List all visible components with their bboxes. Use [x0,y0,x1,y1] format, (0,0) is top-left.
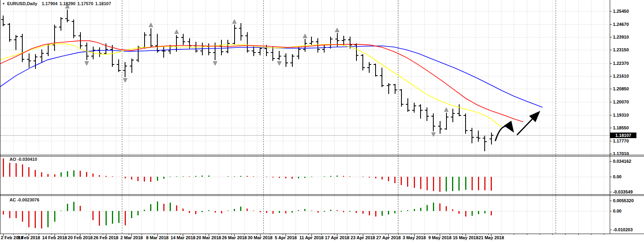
quote-low: 1.17570 [77,1,93,6]
fractal-up-icon [149,23,153,27]
alligator-jaw-sma13-blue [0,46,542,107]
price-axis-label: 1.22370 [613,61,629,66]
price-axis[interactable]: 1.254501.246701.239101.231501.223701.216… [610,0,644,234]
current-price-value: 1.18107 [615,133,631,138]
price-axis-label: 1.17010 [613,151,629,156]
date-axis-label: 14 Feb 2018 [42,235,67,240]
date-axis-label: 14 Mar 2018 [170,235,195,240]
date-axis-label: 20 Feb 2018 [68,235,92,240]
date-axis-label: 26 Mar 2018 [222,235,247,240]
date-axis-label: 9 May 2018 [428,235,451,240]
price-axis-label: 1.18550 [613,125,629,130]
date-axis-label: 15 May 2018 [453,235,478,240]
ao-axis-label: 0.034162 [613,159,631,164]
alligator-teeth-sma8-red [0,41,523,122]
quote-close: 1.18107 [95,1,111,6]
chart-canvas[interactable] [0,0,644,244]
price-axis-label: 1.17770 [613,139,629,143]
date-axis-label: 27 Apr 2018 [376,235,401,240]
symbol-period-label: EURUSD,Daily [7,1,37,6]
date-axis-label: 17 Apr 2018 [325,235,349,240]
date-axis-label: 2 Mar 2018 [120,235,143,240]
quote-high: 1.18290 [59,1,75,6]
month-separator-lines [122,0,556,234]
quote-open: 1.17904 [42,1,58,6]
ohlc-bars [1,10,493,151]
price-axis-label: 1.21610 [613,74,629,78]
fractal-up-icon [303,34,307,38]
price-axis-label: 1.20850 [613,86,629,91]
price-axis-label: 1.20070 [613,100,629,104]
ao-histogram [3,158,491,192]
current-price-tag: 1.18107 [610,133,636,138]
ao-axis-label: 0.00 [613,174,621,179]
fractal-down-icon [431,133,435,137]
date-axis-label: 3 May 2018 [403,235,426,240]
date-axis-label: 5 Apr 2018 [275,235,297,240]
date-axis-label: 8 Feb 2018 [18,235,40,240]
ao-axis-label: -0.033549 [613,189,633,194]
date-axis-label: 21 May 2018 [478,235,504,240]
fractal-up-icon [233,20,237,23]
curved-arrow[interactable] [495,126,513,141]
date-axis-label: 30 Mar 2018 [248,235,272,240]
chart-title: ▼ EURUSD,Daily 1.17904 1.18290 1.17570 1… [2,1,111,6]
fractal-up-icon [444,107,448,111]
date-axis-label: 20 Mar 2018 [196,235,221,240]
ac-indicator-label: AC -0.0023076 [10,197,39,202]
fractal-up-icon [174,30,178,34]
price-axis-label: 1.24670 [613,22,629,27]
price-axis-label: 1.23150 [613,47,629,52]
price-axis-label: 1.23910 [613,35,629,39]
ac-histogram [3,201,491,228]
price-axis-label: 1.19310 [613,113,629,117]
date-axis-label: 23 Apr 2018 [350,235,375,240]
fractal-down-icon [123,78,127,82]
trend-arrow[interactable] [517,113,538,135]
mt4-chart-window: ▼ EURUSD,Daily 1.17904 1.18290 1.17570 1… [0,0,644,244]
date-axis-label: 8 Mar 2018 [146,235,168,240]
fractal-up-icon [335,28,339,32]
dropdown-triangle-icon[interactable]: ▼ [2,2,5,6]
pane-borders-and-ticks [0,0,644,236]
alligator-lines [0,41,542,127]
date-axis[interactable]: 2 Feb 20188 Feb 201814 Feb 201820 Feb 20… [0,234,644,244]
ac-axis-label: -0.010203 [613,227,633,232]
drawn-arrows[interactable] [495,113,538,141]
ac-axis-label: 0.00 [613,209,621,213]
date-axis-label: 26 Feb 2018 [94,235,118,240]
ac-axis-label: 0.0055320 [613,198,634,203]
date-axis-label: 11 Apr 2018 [299,235,324,240]
ao-indicator-label: AO -0.030410 [10,157,37,162]
price-axis-label: 1.25450 [613,9,629,14]
